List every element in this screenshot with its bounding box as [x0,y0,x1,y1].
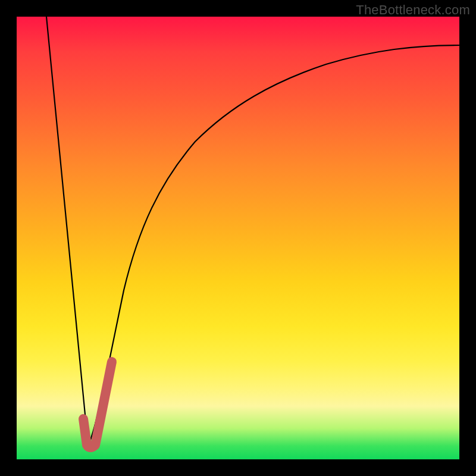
accent-marker [83,362,112,447]
curve-layer [17,17,459,459]
chart-frame: TheBottleneck.com [0,0,476,476]
watermark-text: TheBottleneck.com [356,2,470,18]
plot-area [17,17,459,459]
